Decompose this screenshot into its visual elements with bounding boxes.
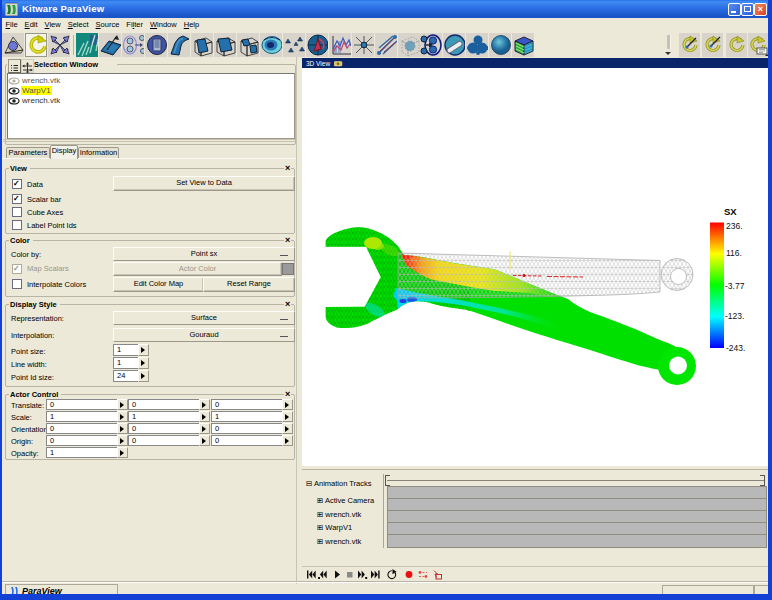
svg-text:-243.: -243. bbox=[726, 343, 745, 353]
svg-text:116.: 116. bbox=[726, 248, 742, 258]
svg-text:SX: SX bbox=[724, 206, 737, 217]
svg-text:-3.77: -3.77 bbox=[725, 281, 745, 291]
svg-text:236.: 236. bbox=[726, 221, 743, 231]
svg-text:-123.: -123. bbox=[725, 311, 744, 321]
